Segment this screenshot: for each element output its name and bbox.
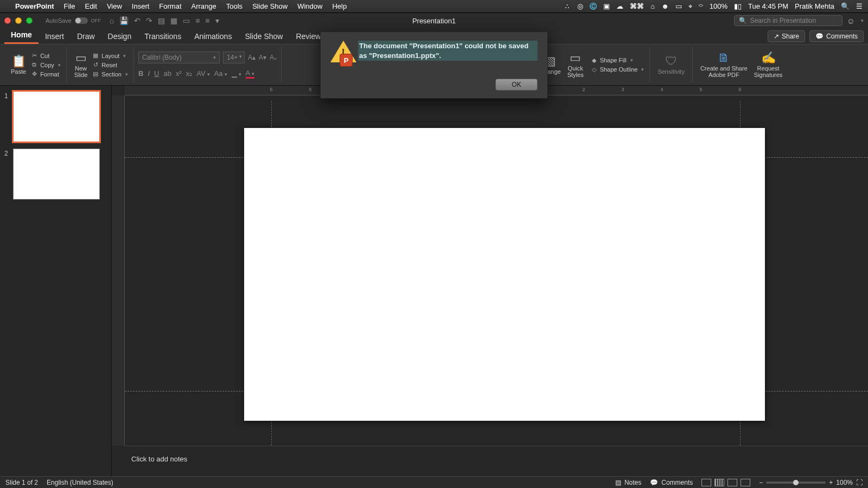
menu-help[interactable]: Help bbox=[332, 2, 347, 10]
quick-styles-button[interactable]: ▭Quick Styles bbox=[564, 52, 587, 78]
status-tray-icon[interactable]: ◎ bbox=[577, 2, 583, 10]
font-color-button[interactable]: A▾ bbox=[246, 69, 255, 79]
qat-icon[interactable]: ≡ bbox=[195, 16, 200, 25]
char-spacing-button[interactable]: AV▾ bbox=[196, 69, 209, 78]
current-slide[interactable] bbox=[244, 128, 765, 421]
menu-file[interactable]: File bbox=[64, 2, 75, 10]
spotlight-icon[interactable]: 🔍 bbox=[841, 2, 850, 10]
cut-button[interactable]: ✂Cut bbox=[29, 52, 62, 60]
sorter-view-button[interactable] bbox=[714, 479, 724, 486]
tab-transitions[interactable]: Transitions bbox=[138, 29, 188, 44]
save-icon[interactable]: 💾 bbox=[119, 16, 129, 25]
slide-thumbnail-pane[interactable]: 1 2 bbox=[0, 86, 112, 476]
slide-canvas[interactable] bbox=[125, 95, 868, 446]
status-tray-icon[interactable]: ⌘⌘ bbox=[630, 2, 644, 10]
strike-button[interactable]: ab bbox=[163, 69, 171, 78]
clear-format-icon[interactable]: Aₓ bbox=[270, 54, 277, 61]
shape-fill-button[interactable]: ◆Shape Fill▾ bbox=[589, 56, 646, 65]
format-painter-button[interactable]: ✥Format bbox=[29, 70, 62, 78]
slide-thumbnail-2[interactable] bbox=[13, 149, 100, 200]
menu-arrange[interactable]: Arrange bbox=[192, 2, 216, 10]
request-signatures-button[interactable]: ✍Request Signatures bbox=[751, 52, 786, 78]
status-tray-icon[interactable]: ☻ bbox=[661, 2, 669, 10]
zoom-slider[interactable] bbox=[766, 481, 826, 484]
qat-icon[interactable]: ≡ bbox=[205, 16, 209, 25]
sensitivity-button[interactable]: 🛡Sensitivity bbox=[654, 55, 688, 75]
status-clock[interactable]: Tue 4:45 PM bbox=[748, 2, 788, 10]
qat-icon[interactable]: ▤ bbox=[158, 16, 165, 25]
tab-draw[interactable]: Draw bbox=[71, 29, 101, 44]
new-slide-button[interactable]: ▭ New Slide bbox=[71, 52, 91, 78]
menu-tools[interactable]: Tools bbox=[226, 2, 242, 10]
status-tray-icon[interactable]: ▣ bbox=[603, 2, 610, 10]
status-cloud-icon[interactable]: ☁ bbox=[616, 2, 623, 10]
slide-edit-area[interactable]: 6 5 4 3 2 1 0 1 2 3 4 5 6 Click to add n… bbox=[112, 86, 868, 476]
status-battery-icon[interactable]: ▮▯ bbox=[734, 2, 742, 10]
menu-window[interactable]: Window bbox=[297, 2, 322, 10]
home-icon[interactable]: ⌂ bbox=[110, 16, 114, 25]
status-bluetooth-icon[interactable]: ⌖ bbox=[688, 2, 692, 11]
fit-to-window-button[interactable]: ⛶ bbox=[856, 479, 863, 486]
undo-icon[interactable]: ↶ bbox=[134, 16, 141, 25]
minimize-window-button[interactable] bbox=[15, 17, 22, 24]
copy-button[interactable]: ⧉Copy▾ bbox=[29, 61, 62, 69]
status-tray-icon[interactable]: ⛬ bbox=[564, 2, 571, 10]
status-tray-icon[interactable]: ⌂ bbox=[650, 2, 655, 10]
paste-button[interactable]: 📋 Paste bbox=[8, 55, 29, 75]
close-window-button[interactable] bbox=[4, 17, 11, 24]
create-share-pdf-button[interactable]: 🗎Create and Share Adobe PDF bbox=[697, 52, 751, 78]
menu-slideshow[interactable]: Slide Show bbox=[252, 2, 288, 10]
status-wifi-icon[interactable]: ⌔ bbox=[699, 2, 703, 10]
chevron-down-icon[interactable]: ▾ bbox=[861, 18, 864, 23]
menu-edit[interactable]: Edit bbox=[85, 2, 97, 10]
tab-slideshow[interactable]: Slide Show bbox=[238, 29, 289, 44]
menu-format[interactable]: Format bbox=[159, 2, 181, 10]
zoom-window-button[interactable] bbox=[26, 17, 33, 24]
qat-icon[interactable]: ▭ bbox=[183, 16, 190, 25]
slideshow-view-button[interactable] bbox=[741, 479, 750, 486]
zoom-in-button[interactable]: + bbox=[829, 479, 833, 486]
qat-overflow-icon[interactable]: ▾ bbox=[215, 16, 219, 25]
comments-button[interactable]: 💬Comments bbox=[809, 30, 864, 42]
thumbnail-row[interactable]: 1 bbox=[4, 91, 107, 142]
shrink-font-icon[interactable]: A▾ bbox=[259, 54, 266, 61]
font-size-select[interactable]: 14+▾ bbox=[223, 52, 245, 63]
status-language[interactable]: English (United States) bbox=[47, 479, 113, 486]
status-comments-button[interactable]: 💬Comments bbox=[650, 479, 693, 486]
menu-insert[interactable]: Insert bbox=[132, 2, 150, 10]
redo-icon[interactable]: ↷ bbox=[146, 16, 152, 25]
control-center-icon[interactable]: ☰ bbox=[856, 2, 863, 10]
normal-view-button[interactable] bbox=[701, 479, 711, 486]
italic-button[interactable]: I bbox=[148, 69, 150, 78]
menu-app-name[interactable]: PowerPoint bbox=[15, 2, 54, 10]
bold-button[interactable]: B bbox=[138, 69, 143, 78]
grow-font-icon[interactable]: A▴ bbox=[248, 54, 256, 61]
search-input[interactable]: 🔍 Search in Presentation bbox=[734, 15, 843, 26]
status-tray-icon[interactable]: Ⓒ bbox=[590, 2, 597, 11]
subscript-button[interactable]: x₂ bbox=[186, 69, 193, 78]
share-button[interactable]: ↗Share bbox=[768, 30, 805, 42]
superscript-button[interactable]: x² bbox=[176, 69, 182, 78]
zoom-out-button[interactable]: − bbox=[759, 479, 763, 486]
status-display-icon[interactable]: ▭ bbox=[675, 2, 682, 10]
ok-button[interactable]: OK bbox=[495, 79, 538, 91]
tab-design[interactable]: Design bbox=[101, 29, 138, 44]
vertical-ruler[interactable] bbox=[112, 95, 125, 446]
slide-thumbnail-1[interactable] bbox=[13, 91, 100, 142]
thumbnail-row[interactable]: 2 bbox=[4, 149, 107, 200]
zoom-level[interactable]: 100% bbox=[836, 479, 853, 486]
change-case-button[interactable]: Aa▾ bbox=[214, 69, 227, 78]
layout-button[interactable]: ▦Layout▾ bbox=[91, 52, 129, 60]
tab-insert[interactable]: Insert bbox=[39, 29, 71, 44]
autosave-toggle[interactable]: AutoSave OFF bbox=[46, 17, 101, 24]
tab-home[interactable]: Home bbox=[4, 27, 39, 44]
qat-icon[interactable]: ▦ bbox=[170, 16, 177, 25]
status-user[interactable]: Pratik Mehta bbox=[795, 2, 834, 10]
section-button[interactable]: ▤Section▾ bbox=[91, 70, 129, 78]
reset-button[interactable]: ↺Reset bbox=[91, 61, 129, 69]
autosave-switch[interactable] bbox=[75, 17, 88, 24]
menu-view[interactable]: View bbox=[107, 2, 122, 10]
font-name-select[interactable]: Calibri (Body)▾ bbox=[138, 52, 220, 63]
highlight-button[interactable]: ▁▾ bbox=[232, 69, 241, 78]
shape-outline-button[interactable]: ◇Shape Outline▾ bbox=[589, 66, 646, 74]
